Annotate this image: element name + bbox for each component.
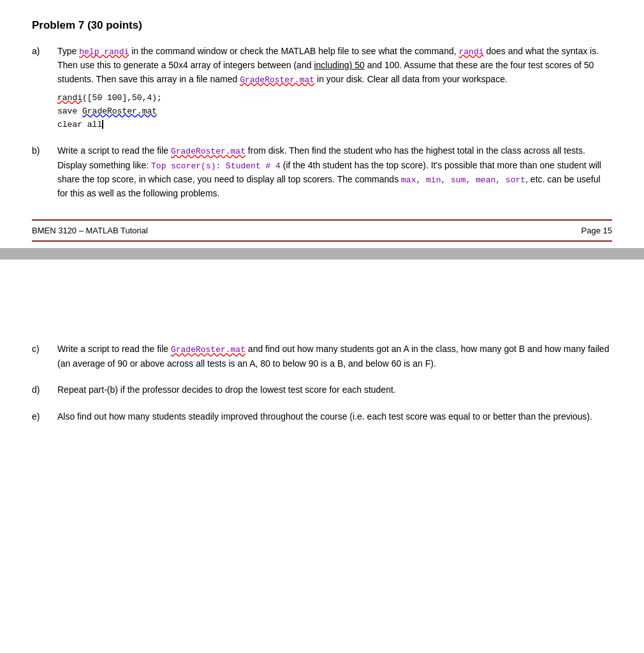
top-scorer-display: Top scorer(s): Student # 4 [151, 161, 281, 171]
vertical-spacer [32, 266, 612, 342]
gray-divider-bar [0, 248, 644, 260]
part-c: c) Write a script to read the file Grade… [32, 342, 612, 371]
page-top: Problem 7 (30 points) a) Type help randi… [0, 0, 644, 248]
part-e-text: Also find out how many students steadily… [57, 411, 592, 422]
part-b-body: Write a script to read the file GradeRos… [57, 144, 612, 200]
part-d-text: Repeat part-(b) if the professor decides… [57, 385, 396, 395]
part-d: d) Repeat part-(b) if the professor deci… [32, 383, 612, 397]
problem-title: Problem 7 (30 points) [32, 19, 612, 32]
code-line3: clear all [57, 119, 612, 132]
part-a: a) Type help randi in the command window… [32, 45, 612, 131]
part-e: e) Also find out how many students stead… [32, 410, 612, 424]
part-e-body: Also find out how many students steadily… [57, 410, 612, 424]
part-a-text1: Type [57, 46, 79, 56]
part-c-label: c) [32, 342, 57, 356]
code-block-a: randi([50 100],50,4); save GradeRoster.m… [57, 92, 612, 131]
graderoster-mat-b: GradeRoster.mat [171, 147, 245, 156]
footer-page-number: Page 15 [582, 226, 612, 235]
part-c-text1: Write a script to read the file [57, 344, 171, 354]
page-bottom: c) Write a script to read the file Grade… [0, 260, 644, 455]
part-c-body: Write a script to read the file GradeRos… [57, 342, 612, 371]
footer-course-name: BMEN 3120 – MATLAB Tutorial [32, 226, 148, 235]
bottom-parts: c) Write a script to read the file Grade… [32, 342, 612, 423]
part-b-text1: Write a script to read the file [57, 145, 171, 156]
graderoster-mat-c: GradeRoster.mat [171, 345, 245, 355]
text-cursor [102, 120, 103, 129]
including-50: including) 50 [314, 60, 364, 70]
part-a-body: Type help randi in the command window or… [57, 45, 612, 131]
help-randi-cmd: help randi [79, 47, 129, 57]
part-a-text5: in your disk. Clear all data from your w… [314, 74, 508, 84]
part-e-label: e) [32, 410, 57, 424]
matlab-cmds: max, min, sum, mean, sort [401, 175, 525, 185]
graderoster-mat-a: GradeRoster.mat [240, 75, 314, 85]
part-d-body: Repeat part-(b) if the professor decides… [57, 383, 612, 397]
randi-cmd: randi [458, 47, 483, 57]
part-b-label: b) [32, 144, 57, 158]
part-b: b) Write a script to read the file Grade… [32, 144, 612, 200]
graderoster-mat-code: GradeRoster.mat [82, 106, 157, 116]
part-d-label: d) [32, 383, 57, 397]
part-a-text2: in the command window or check the MATLA… [129, 46, 458, 56]
randi-func: randi [57, 93, 82, 103]
page-footer: BMEN 3120 – MATLAB Tutorial Page 15 [32, 219, 612, 242]
code-line1: randi([50 100],50,4); [57, 92, 612, 105]
code-line2: save GradeRoster.mat [57, 105, 612, 119]
part-a-label: a) [32, 45, 57, 59]
